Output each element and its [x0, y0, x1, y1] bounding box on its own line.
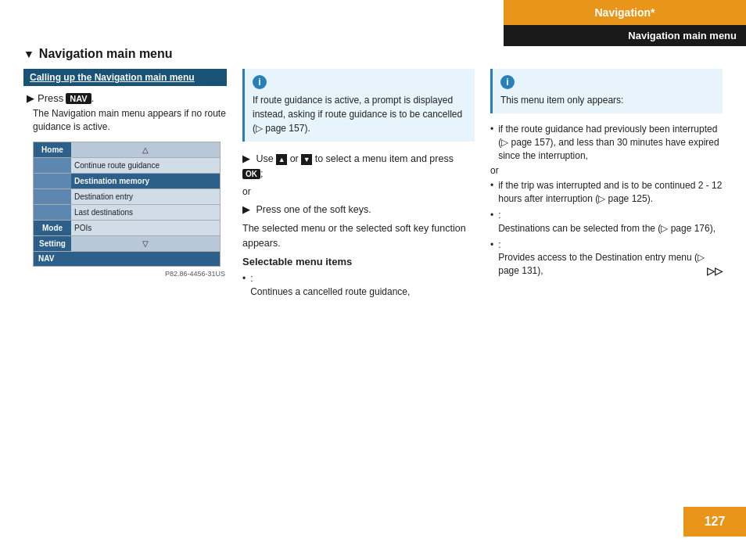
press-nav-instruction: ▶ Press NAV .	[27, 92, 227, 104]
period: .	[91, 92, 95, 104]
pois-item: POIs	[71, 221, 220, 235]
columns-container: Calling up the Navigation main menu ▶ Pr…	[23, 69, 723, 513]
calling-bar: Calling up the Navigation main menu	[23, 69, 227, 86]
nav-row-arrow-up: Home △	[34, 142, 220, 158]
screen-caption: P82.86-4456-31US	[23, 270, 225, 278]
last-destinations-item: Last destinations	[71, 205, 220, 220]
mode-sidebar: Mode	[34, 221, 71, 235]
right-bullet-dot-3: •	[490, 209, 493, 235]
ok-badge: OK	[242, 169, 260, 179]
arrow-icon: ▶	[27, 92, 34, 104]
home-sidebar: Home	[34, 142, 71, 157]
nav-badge: NAV	[66, 93, 91, 104]
arrow-icon-2: ▶	[242, 203, 250, 215]
empty-sidebar-4	[34, 205, 71, 220]
right-bullet-1-text: if the route guidance had previously bee…	[498, 123, 723, 162]
nav-screen-mockup: Home △ Continue route guidance Destinati…	[33, 142, 221, 267]
right-bullet-4: • : Provides access to the Destination e…	[490, 239, 723, 279]
mid-instruction-2: ▶ Press one of the soft keys.	[242, 202, 475, 217]
section-heading: ▼ Navigation main menu	[23, 47, 723, 61]
press-label: Press	[38, 92, 63, 104]
empty-sidebar-2	[34, 174, 71, 188]
continue-route-item: Continue route guidance	[71, 158, 220, 173]
nav-row-pois: Mode POIs	[34, 221, 220, 236]
arrow-icon-1: ▶	[242, 153, 250, 164]
or-right-1: or	[490, 165, 723, 176]
bullet-1-content: : Continues a cancelled route guidance,	[250, 272, 410, 299]
nav-main-menu-label: Navigation main menu	[504, 25, 746, 46]
nav-row-dest-memory: Destination memory	[34, 174, 220, 189]
right-bullet-2: • if the trip was interrupted and is to …	[490, 179, 723, 206]
or-text-1: or	[242, 186, 475, 197]
nav-row-last-dest: Last destinations	[34, 205, 220, 221]
info-icon-right: i	[500, 75, 515, 89]
right-info-text: This menu item only appears:	[500, 93, 715, 107]
right-info-box: i This menu item only appears:	[490, 69, 723, 113]
destination-entry-item: Destination entry	[71, 189, 220, 204]
right-bullet-dot-2: •	[490, 179, 493, 206]
right-bullet-3-text: Destinations can be selected from the (▷…	[498, 223, 716, 234]
right-bullet-3: • : Destinations can be selected from th…	[490, 209, 723, 235]
middle-column: i If route guidance is active, a prompt …	[242, 69, 475, 513]
nav-row-dest-entry: Destination entry	[34, 189, 220, 205]
down-arrow-btn: ▼	[301, 154, 312, 165]
bullet-1-text: Continues a cancelled route guidance,	[250, 286, 410, 297]
right-bullet-4-text: Provides access to the Destination entry…	[498, 252, 705, 276]
nav-bottom-row: NAV	[34, 252, 220, 266]
main-content: ▼ Navigation main menu Calling up the Na…	[23, 47, 723, 513]
right-bullet-dot-4: •	[490, 239, 493, 279]
selectable-heading: Selectable menu items	[242, 256, 475, 267]
soft-key-text: The selected menu or the selected soft k…	[242, 221, 475, 251]
right-bullet-3-content: : Destinations can be selected from the …	[498, 209, 716, 235]
mid-instruction-1: ▶ Use ▲ or ▼ to select a menu item and p…	[242, 151, 475, 181]
left-column: Calling up the Navigation main menu ▶ Pr…	[23, 69, 227, 513]
right-bullet-dot-1: •	[490, 123, 493, 162]
arrow-up-item: △	[71, 142, 220, 157]
right-bullet-1: • if the route guidance had previously b…	[490, 123, 723, 162]
empty-sidebar-3	[34, 189, 71, 204]
arrow-down-item: ▽	[71, 236, 220, 251]
bullet-dot-1: •	[242, 272, 246, 299]
right-bullet-4-content: : Provides access to the Destination ent…	[498, 239, 723, 279]
middle-info-box: i If route guidance is active, a prompt …	[242, 69, 475, 142]
nav-star-label: Navigation*	[504, 0, 746, 25]
middle-info-text: If route guidance is active, a prompt is…	[253, 93, 467, 135]
up-arrow-btn: ▲	[276, 154, 287, 165]
right-column: i This menu item only appears: • if the …	[490, 69, 723, 513]
appears-text: The Navigation main menu appears if no r…	[33, 107, 227, 134]
info-icon-mid: i	[253, 75, 267, 89]
empty-sidebar-1	[34, 158, 71, 173]
nav-row-continue: Continue route guidance	[34, 158, 220, 174]
section-title: Navigation main menu	[39, 47, 173, 61]
section-triangle-icon: ▼	[23, 48, 34, 60]
middle-bullet-1: • : Continues a cancelled route guidance…	[242, 272, 475, 299]
nav-row-setting: Setting ▽	[34, 236, 220, 252]
setting-sidebar: Setting	[34, 236, 71, 251]
destination-memory-item: Destination memory	[71, 174, 220, 188]
right-bullet-2-text: if the trip was interrupted and is to be…	[498, 179, 723, 206]
top-header: Navigation* Navigation main menu	[504, 0, 746, 46]
forward-arrows-icon: ▷▷	[707, 264, 723, 278]
